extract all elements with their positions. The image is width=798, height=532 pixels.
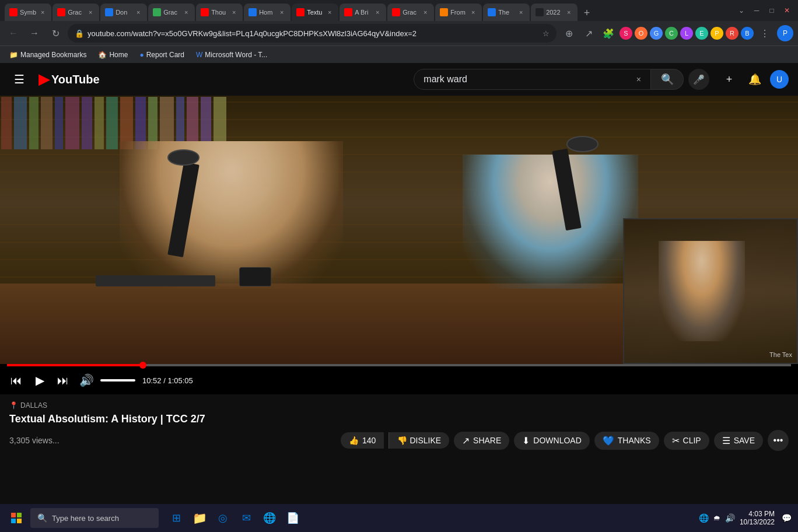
close-window-button[interactable]: ✕: [780, 4, 793, 17]
ext-icon-9[interactable]: B: [741, 27, 754, 40]
tab-close-10[interactable]: ×: [469, 8, 477, 16]
maximize-button[interactable]: □: [765, 4, 778, 17]
tab-6[interactable]: Hom ×: [244, 4, 290, 21]
ext-icon-6[interactable]: E: [695, 27, 708, 40]
start-button[interactable]: [5, 506, 28, 530]
extensions-button[interactable]: 🧩: [600, 24, 617, 42]
ext-icon-8[interactable]: R: [726, 27, 738, 40]
play-button[interactable]: ▶: [30, 371, 49, 390]
bookmark-word[interactable]: W Microsoft Word - T...: [191, 48, 272, 61]
ext-icon-1[interactable]: S: [620, 27, 632, 40]
youtube-logo[interactable]: ▶ YouTube: [38, 71, 100, 88]
tab-close-9[interactable]: ×: [421, 8, 429, 16]
search-submit-button[interactable]: 🔍: [651, 69, 684, 90]
volume-button[interactable]: 🔊: [77, 371, 96, 390]
forward-button[interactable]: →: [26, 24, 43, 42]
profile-avatar[interactable]: P: [777, 25, 793, 41]
location-text[interactable]: DALLAS: [20, 401, 47, 410]
create-video-button[interactable]: +: [719, 69, 740, 90]
bookmark-home[interactable]: 🏠 Home: [93, 48, 132, 61]
tab-close-2[interactable]: ×: [86, 8, 94, 16]
tab-close-5[interactable]: ×: [230, 8, 238, 16]
tab-close-1[interactable]: ×: [38, 8, 47, 16]
tab-close-11[interactable]: ×: [517, 8, 525, 16]
bookmark-report-card[interactable]: ● Report Card: [135, 48, 189, 61]
taskbar-app-acrobat[interactable]: 📄: [282, 508, 303, 528]
dislike-button[interactable]: 👎 DISLIKE: [388, 432, 449, 449]
rain-icon[interactable]: 🌧: [713, 514, 720, 522]
video-thumbnail[interactable]: The Tex: [0, 96, 798, 364]
thanks-button[interactable]: 💙 THANKS: [594, 432, 659, 450]
minimize-button[interactable]: ─: [750, 4, 763, 17]
back-button[interactable]: ←: [5, 24, 22, 42]
ext-icon-3[interactable]: G: [650, 27, 663, 40]
more-actions-button[interactable]: •••: [768, 430, 789, 451]
volume-icon[interactable]: 🔊: [725, 513, 735, 523]
tab-close-3[interactable]: ×: [134, 8, 142, 16]
tab-12[interactable]: 2022 ×: [531, 4, 578, 21]
taskbar-app-mail[interactable]: ✉: [236, 508, 257, 528]
pip-window[interactable]: The Tex: [623, 218, 798, 364]
progress-bar[interactable]: [7, 364, 791, 366]
skip-back-button[interactable]: ⏮: [7, 371, 26, 390]
taskbar-app-chrome[interactable]: 🌐: [259, 508, 280, 528]
tab-list-button[interactable]: ⌄: [735, 4, 748, 17]
like-button[interactable]: 👍 140: [341, 432, 384, 449]
tab-8[interactable]: A Bri ×: [340, 4, 386, 21]
tab-7-active[interactable]: Textu ×: [292, 4, 338, 21]
taskbar-search-box[interactable]: 🔍 Type here to search: [30, 508, 159, 528]
bookmark-label-word: Microsoft Word - T...: [205, 51, 267, 59]
save-button[interactable]: ☰ SAVE: [714, 432, 763, 450]
youtube-header: ☰ ▶ YouTube × 🔍 🎤 + 🔔 U: [0, 63, 798, 96]
tab-9[interactable]: Grac ×: [387, 4, 434, 21]
volume-slider[interactable]: [100, 379, 135, 382]
ext-icon-5[interactable]: L: [680, 27, 693, 40]
new-tab-button[interactable]: +: [579, 5, 595, 21]
tab-3[interactable]: Don ×: [100, 4, 147, 21]
progress-indicator[interactable]: [139, 362, 146, 369]
bookmark-managed[interactable]: 📁 Managed Bookmarks: [5, 48, 91, 61]
ext-icon-2[interactable]: O: [635, 27, 648, 40]
tab-10[interactable]: From ×: [435, 4, 482, 21]
share-button[interactable]: ↗: [580, 24, 597, 42]
taskbar-app-taskview[interactable]: ⊞: [166, 508, 187, 528]
share-button[interactable]: ↗ SHARE: [454, 432, 509, 450]
address-bar[interactable]: 🔒 youtube.com/watch?v=x5o0GVRKw9g&list=P…: [68, 24, 556, 43]
voice-search-button[interactable]: 🎤: [688, 69, 709, 90]
notifications-button[interactable]: 🔔: [744, 69, 765, 90]
tab-close-4[interactable]: ×: [182, 8, 190, 16]
video-player[interactable]: The Tex ⏮ ▶ ⏭ 🔊: [0, 96, 798, 394]
bookmark-star-icon[interactable]: ☆: [542, 29, 550, 38]
ext-icon-7[interactable]: P: [710, 27, 723, 40]
more-options-button[interactable]: ⋮: [756, 24, 774, 42]
search-clear-button[interactable]: ×: [636, 75, 641, 84]
tab-close-6[interactable]: ×: [278, 8, 286, 16]
clip-button[interactable]: ✂ CLIP: [664, 432, 709, 450]
tab-5[interactable]: Thou ×: [196, 4, 243, 21]
search-input[interactable]: [424, 74, 632, 85]
tab-1[interactable]: Symb ×: [5, 4, 51, 21]
tab-11[interactable]: The ×: [483, 4, 530, 21]
taskbar-clock[interactable]: 4:03 PM 10/13/2022: [740, 510, 775, 526]
tab-close-12[interactable]: ×: [565, 8, 573, 16]
tab-label-9: Grac: [402, 9, 419, 16]
clip-icon: ✂: [672, 435, 680, 446]
tab-close-8[interactable]: ×: [373, 8, 382, 16]
view-count[interactable]: 3,305 views...: [9, 436, 60, 445]
user-avatar[interactable]: U: [770, 70, 789, 89]
tab-close-7[interactable]: ×: [326, 8, 334, 16]
tab-2[interactable]: Grac ×: [52, 4, 99, 21]
taskbar-search-placeholder: Type here to search: [52, 514, 119, 523]
hamburger-menu-button[interactable]: ☰: [9, 68, 29, 91]
network-icon[interactable]: 🌐: [699, 513, 709, 523]
tab-4[interactable]: Grac ×: [148, 4, 195, 21]
notification-button[interactable]: 💬: [779, 511, 793, 525]
taskbar-app-explorer[interactable]: 📁: [189, 508, 210, 528]
taskbar-app-edge[interactable]: ◎: [212, 508, 233, 528]
ext-icon-4[interactable]: C: [665, 27, 678, 40]
screen-capture-button[interactable]: ⊕: [560, 24, 578, 42]
reload-button[interactable]: ↻: [47, 24, 64, 42]
skip-forward-button[interactable]: ⏭: [54, 371, 72, 390]
thanks-icon: 💙: [603, 435, 614, 446]
download-button[interactable]: ⬇ DOWNLOAD: [514, 432, 589, 450]
